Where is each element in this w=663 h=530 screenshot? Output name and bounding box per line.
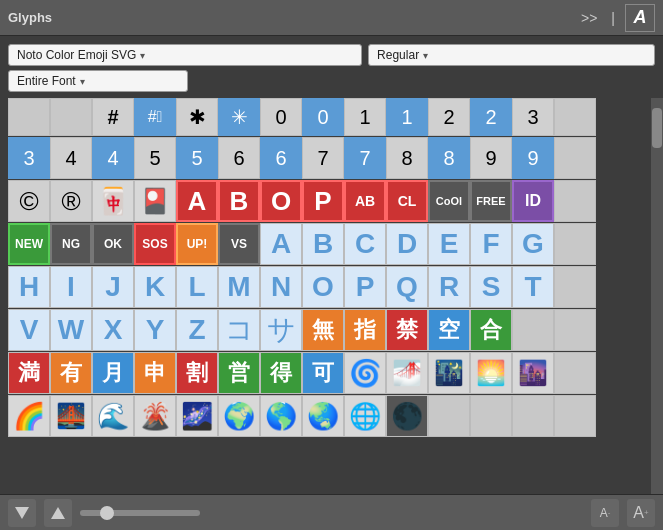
- glyph-cool-cell[interactable]: CoOl: [428, 180, 470, 222]
- glyph-cell[interactable]: 6: [260, 137, 302, 179]
- glyph-cell[interactable]: 3: [512, 98, 554, 136]
- glyph-cell[interactable]: [470, 395, 512, 437]
- glyph-cell[interactable]: E: [428, 223, 470, 265]
- glyph-cell[interactable]: 8: [428, 137, 470, 179]
- glyph-cell[interactable]: 可: [302, 352, 344, 394]
- glyph-cell[interactable]: [50, 98, 92, 136]
- vertical-scrollbar[interactable]: [651, 98, 663, 494]
- glyph-cell[interactable]: 申: [134, 352, 176, 394]
- glyph-cell[interactable]: NG: [50, 223, 92, 265]
- glyph-cell[interactable]: 🌃: [428, 352, 470, 394]
- glyph-cell[interactable]: 9: [470, 137, 512, 179]
- glyph-cell[interactable]: ✳: [218, 98, 260, 136]
- glyph-cell[interactable]: [554, 266, 596, 308]
- glyph-cell[interactable]: ©: [8, 180, 50, 222]
- glyph-cell[interactable]: 営: [218, 352, 260, 394]
- glyph-cell[interactable]: 🌌: [176, 395, 218, 437]
- glyph-cell[interactable]: X: [92, 309, 134, 351]
- glyph-cell[interactable]: 割: [176, 352, 218, 394]
- glyph-cell[interactable]: ✱: [176, 98, 218, 136]
- glyph-cell[interactable]: 4: [50, 137, 92, 179]
- glyph-cell[interactable]: [554, 180, 596, 222]
- glyph-cell[interactable]: #: [92, 98, 134, 136]
- glyph-cell[interactable]: 🎴: [134, 180, 176, 222]
- glyph-cell[interactable]: V: [8, 309, 50, 351]
- glyph-cell[interactable]: D: [386, 223, 428, 265]
- font-family-dropdown[interactable]: Noto Color Emoji SVG ▾: [8, 44, 362, 66]
- glyph-cell[interactable]: J: [92, 266, 134, 308]
- glyph-cell[interactable]: 1: [344, 98, 386, 136]
- scroll-down-button[interactable]: [8, 499, 36, 527]
- glyph-cell[interactable]: 🌁: [386, 352, 428, 394]
- glyph-cell[interactable]: K: [134, 266, 176, 308]
- glyph-cell[interactable]: SOS: [134, 223, 176, 265]
- glyph-cell[interactable]: #⃣: [134, 98, 176, 136]
- glyph-cell[interactable]: [554, 98, 596, 136]
- glyph-cell[interactable]: 9: [512, 137, 554, 179]
- glyph-cell[interactable]: P: [344, 266, 386, 308]
- glyph-cell[interactable]: 5: [176, 137, 218, 179]
- zoom-slider-track[interactable]: [80, 510, 200, 516]
- scroll-up-button[interactable]: [44, 499, 72, 527]
- glyph-cell[interactable]: 指: [344, 309, 386, 351]
- glyph-cell[interactable]: T: [512, 266, 554, 308]
- glyph-cell[interactable]: L: [176, 266, 218, 308]
- glyph-cell[interactable]: 4: [92, 137, 134, 179]
- glyph-cell[interactable]: Y: [134, 309, 176, 351]
- glyph-cell[interactable]: 7: [344, 137, 386, 179]
- glyph-cell[interactable]: G: [512, 223, 554, 265]
- glyph-cell[interactable]: 2: [428, 98, 470, 136]
- glyph-cell[interactable]: NEW: [8, 223, 50, 265]
- glyph-cell[interactable]: 🌆: [512, 352, 554, 394]
- glyph-cell[interactable]: 有: [50, 352, 92, 394]
- glyph-cell[interactable]: ID: [512, 180, 554, 222]
- glyph-cell[interactable]: 満: [8, 352, 50, 394]
- glyph-cell[interactable]: H: [8, 266, 50, 308]
- glyph-cell[interactable]: P: [302, 180, 344, 222]
- glyph-cell[interactable]: VS: [218, 223, 260, 265]
- glyph-cell[interactable]: [554, 352, 596, 394]
- glyph-cell[interactable]: ®: [50, 180, 92, 222]
- glyph-cell[interactable]: 8: [386, 137, 428, 179]
- glyph-cell[interactable]: 🌏: [302, 395, 344, 437]
- glyph-cell[interactable]: 2: [470, 98, 512, 136]
- scrollbar-thumb[interactable]: [652, 108, 662, 148]
- glyph-cell[interactable]: M: [218, 266, 260, 308]
- glyph-cell[interactable]: I: [50, 266, 92, 308]
- glyph-cell[interactable]: 🌐: [344, 395, 386, 437]
- glyph-cell[interactable]: 1: [386, 98, 428, 136]
- glyph-cell[interactable]: 3: [8, 137, 50, 179]
- glyph-cell[interactable]: UP!: [176, 223, 218, 265]
- glyph-cell[interactable]: [512, 309, 554, 351]
- glyph-cell[interactable]: F: [470, 223, 512, 265]
- glyph-cell[interactable]: 0: [302, 98, 344, 136]
- glyph-cell[interactable]: 🌎: [260, 395, 302, 437]
- glyph-cell[interactable]: 月: [92, 352, 134, 394]
- glyph-cell[interactable]: Q: [386, 266, 428, 308]
- glyph-cell[interactable]: 合: [470, 309, 512, 351]
- expand-icon[interactable]: >>: [577, 8, 601, 28]
- glyph-cell[interactable]: Z: [176, 309, 218, 351]
- zoom-slider-thumb[interactable]: [100, 506, 114, 520]
- glyph-cell[interactable]: 🌋: [134, 395, 176, 437]
- view-mode-dropdown[interactable]: Entire Font ▾: [8, 70, 188, 92]
- glyph-cell[interactable]: 🀄: [92, 180, 134, 222]
- glyph-cell[interactable]: サ: [260, 309, 302, 351]
- glyph-cell[interactable]: コ: [218, 309, 260, 351]
- font-style-dropdown[interactable]: Regular ▾: [368, 44, 655, 66]
- glyph-cell[interactable]: 🌊: [92, 395, 134, 437]
- glyph-cell[interactable]: [8, 98, 50, 136]
- glyph-cell[interactable]: [554, 395, 596, 437]
- glyph-cell[interactable]: 禁: [386, 309, 428, 351]
- glyph-cell[interactable]: W: [50, 309, 92, 351]
- glyph-cell[interactable]: 🌀: [344, 352, 386, 394]
- glyph-cell[interactable]: 🌅: [470, 352, 512, 394]
- glyph-cell[interactable]: 🌍: [218, 395, 260, 437]
- size-increase-button[interactable]: A +: [627, 499, 655, 527]
- glyph-cell[interactable]: S: [470, 266, 512, 308]
- glyph-cell[interactable]: 0: [260, 98, 302, 136]
- glyph-cell[interactable]: [554, 223, 596, 265]
- glyph-cell[interactable]: R: [428, 266, 470, 308]
- glyph-cell[interactable]: FREE: [470, 180, 512, 222]
- glyph-cell[interactable]: B: [302, 223, 344, 265]
